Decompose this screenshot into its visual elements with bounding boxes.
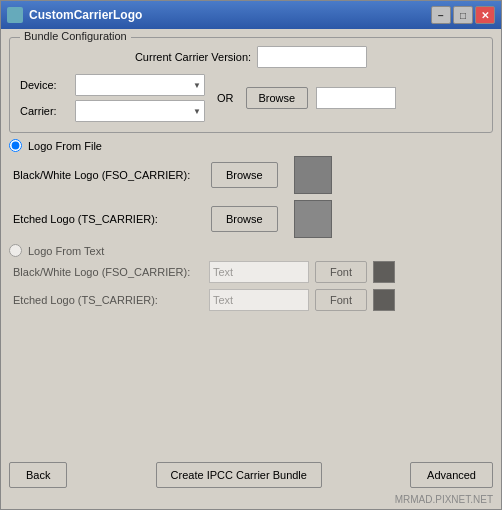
title-bar-buttons: − □ ✕ bbox=[431, 6, 495, 24]
device-label: Device: bbox=[20, 79, 75, 91]
device-select-wrapper: ▼ bbox=[75, 74, 205, 96]
etched-text-row: Etched Logo (TS_CARRIER): Font bbox=[13, 289, 493, 311]
device-row: Device: ▼ bbox=[20, 74, 205, 96]
logo-text-radio-row: Logo From Text bbox=[9, 244, 493, 257]
bundle-path-input[interactable] bbox=[316, 87, 396, 109]
minimize-button[interactable]: − bbox=[431, 6, 451, 24]
advanced-button[interactable]: Advanced bbox=[410, 462, 493, 488]
bw-logo-label: Black/White Logo (FSO_CARRIER): bbox=[13, 169, 203, 181]
watermark-text: MRMAD.PIXNET.NET bbox=[395, 494, 493, 505]
bw-logo-browse-button[interactable]: Browse bbox=[211, 162, 278, 188]
create-bundle-button[interactable]: Create IPCC Carrier Bundle bbox=[156, 462, 322, 488]
bundle-config-title: Bundle Configuration bbox=[20, 30, 131, 42]
current-version-input[interactable] bbox=[257, 46, 367, 68]
bw-logo-row: Black/White Logo (FSO_CARRIER): Browse bbox=[13, 156, 493, 194]
bw-logo-preview bbox=[294, 156, 332, 194]
logo-file-content: Black/White Logo (FSO_CARRIER): Browse E… bbox=[9, 156, 493, 238]
logo-file-section: Logo From File Black/White Logo (FSO_CAR… bbox=[9, 139, 493, 238]
bw-text-label: Black/White Logo (FSO_CARRIER): bbox=[13, 266, 203, 278]
device-carrier-row: Device: ▼ Carrier: ▼ OR bbox=[20, 74, 482, 122]
carrier-select-wrapper: ▼ bbox=[75, 100, 205, 122]
carrier-select[interactable] bbox=[75, 100, 205, 122]
bw-font-button[interactable]: Font bbox=[315, 261, 367, 283]
etched-logo-preview bbox=[294, 200, 332, 238]
main-content: Bundle Configuration Current Carrier Ver… bbox=[1, 29, 501, 456]
etched-text-input[interactable] bbox=[209, 289, 309, 311]
window-icon bbox=[7, 7, 23, 23]
logo-text-radio[interactable] bbox=[9, 244, 22, 257]
or-text: OR bbox=[217, 92, 234, 104]
carrier-row: Carrier: ▼ bbox=[20, 100, 205, 122]
etched-logo-row: Etched Logo (TS_CARRIER): Browse bbox=[13, 200, 493, 238]
logo-text-section: Logo From Text Black/White Logo (FSO_CAR… bbox=[9, 244, 493, 311]
maximize-button[interactable]: □ bbox=[453, 6, 473, 24]
logo-file-label: Logo From File bbox=[28, 140, 102, 152]
etched-logo-browse-button[interactable]: Browse bbox=[211, 206, 278, 232]
logo-file-radio[interactable] bbox=[9, 139, 22, 152]
device-select[interactable] bbox=[75, 74, 205, 96]
bw-text-row: Black/White Logo (FSO_CARRIER): Font bbox=[13, 261, 493, 283]
bw-text-input[interactable] bbox=[209, 261, 309, 283]
etched-font-button[interactable]: Font bbox=[315, 289, 367, 311]
title-bar: CustomCarrierLogo − □ ✕ bbox=[1, 1, 501, 29]
watermark: MRMAD.PIXNET.NET bbox=[1, 494, 501, 509]
logo-text-content: Black/White Logo (FSO_CARRIER): Font Etc… bbox=[9, 261, 493, 311]
footer: Back Create IPCC Carrier Bundle Advanced bbox=[1, 456, 501, 494]
etched-color-swatch[interactable] bbox=[373, 289, 395, 311]
logo-text-label: Logo From Text bbox=[28, 245, 104, 257]
carrier-label: Carrier: bbox=[20, 105, 75, 117]
current-version-row: Current Carrier Version: bbox=[20, 46, 482, 68]
back-button[interactable]: Back bbox=[9, 462, 67, 488]
etched-logo-label: Etched Logo (TS_CARRIER): bbox=[13, 213, 203, 225]
bundle-browse-button[interactable]: Browse bbox=[246, 87, 309, 109]
logo-file-radio-row: Logo From File bbox=[9, 139, 493, 152]
current-version-label: Current Carrier Version: bbox=[135, 51, 251, 63]
bundle-config-group: Bundle Configuration Current Carrier Ver… bbox=[9, 37, 493, 133]
bw-color-swatch[interactable] bbox=[373, 261, 395, 283]
close-button[interactable]: ✕ bbox=[475, 6, 495, 24]
device-carrier-col: Device: ▼ Carrier: ▼ bbox=[20, 74, 205, 122]
etched-text-label: Etched Logo (TS_CARRIER): bbox=[13, 294, 203, 306]
window-title: CustomCarrierLogo bbox=[29, 8, 431, 22]
main-window: CustomCarrierLogo − □ ✕ Bundle Configura… bbox=[0, 0, 502, 510]
